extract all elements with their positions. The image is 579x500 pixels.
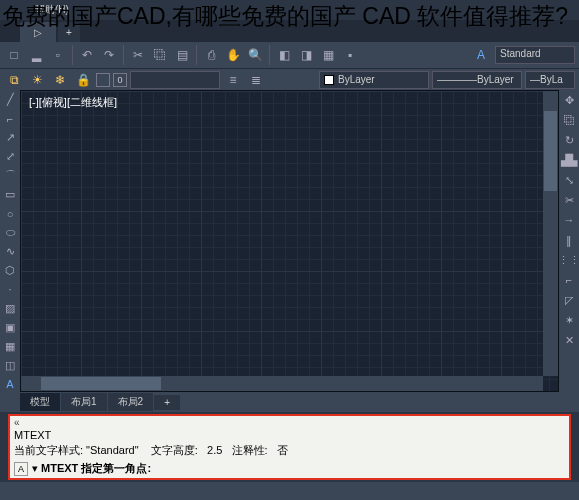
model-tab[interactable]: 模型 — [20, 393, 60, 411]
rotate-icon[interactable]: ↻ — [561, 132, 577, 148]
polyline-icon[interactable]: ⌐ — [2, 111, 18, 127]
rect-icon[interactable]: ▭ — [2, 187, 18, 203]
scrollbar-horizontal[interactable] — [21, 376, 543, 391]
xline-icon[interactable]: ⤢ — [2, 149, 18, 165]
scrollbar-vertical[interactable] — [543, 91, 558, 376]
copy-icon[interactable]: ⿻ — [150, 45, 170, 65]
layer-icon[interactable]: ⧉ — [4, 70, 24, 90]
cmd-scroll-marker[interactable]: « — [10, 416, 569, 428]
text-a-icon[interactable]: A — [471, 45, 491, 65]
fillet-icon[interactable]: ⌐ — [561, 272, 577, 288]
mirror-icon[interactable]: ▟▙ — [561, 152, 577, 168]
layer-zero[interactable]: 0 — [113, 73, 127, 87]
tool-icon[interactable]: ▪ — [340, 45, 360, 65]
trim-icon[interactable]: ✂ — [561, 192, 577, 208]
extend-icon[interactable]: → — [561, 212, 577, 228]
zoom-icon[interactable]: 🔍 — [245, 45, 265, 65]
cmd-history-line: MTEXT — [10, 428, 569, 442]
ellipse-icon[interactable]: ⬭ — [2, 225, 18, 241]
point-icon[interactable]: · — [2, 281, 18, 297]
command-input-line[interactable]: A ▾ MTEXT 指定第一角点: — [10, 459, 569, 478]
offset-icon[interactable]: ‖ — [561, 232, 577, 248]
save-icon[interactable]: ▫ — [48, 45, 68, 65]
undo-icon[interactable]: ↶ — [77, 45, 97, 65]
linetype-dropdown[interactable]: ———— ByLayer — [432, 71, 522, 89]
separator — [269, 45, 270, 65]
scroll-thumb[interactable] — [41, 377, 161, 390]
spline-icon[interactable]: ∿ — [2, 244, 18, 260]
cut-icon[interactable]: ✂ — [128, 45, 148, 65]
cmd-history-line: 当前文字样式: "Standard" 文字高度: 2.5 注释性: 否 — [10, 442, 569, 459]
main-area: ╱ ⌐ ↗ ⤢ ⌒ ▭ ○ ⬭ ∿ ⬡ · ▨ ▣ ▦ ◫ A [-][俯视][… — [0, 90, 579, 392]
layer-icon[interactable]: ❄ — [50, 70, 70, 90]
layer-icon[interactable]: 🔒 — [73, 70, 93, 90]
move-icon[interactable]: ✥ — [561, 92, 577, 108]
command-prompt: MTEXT 指定第一角点: — [41, 461, 151, 476]
separator — [72, 45, 73, 65]
scroll-thumb[interactable] — [544, 111, 557, 191]
layout-tabs: 模型 布局1 布局2 + — [0, 392, 579, 412]
redo-icon[interactable]: ↷ — [99, 45, 119, 65]
erase-icon[interactable]: ✕ — [561, 332, 577, 348]
layout1-tab[interactable]: 布局1 — [61, 393, 107, 411]
tool-icon[interactable]: ◨ — [296, 45, 316, 65]
layer-icon[interactable]: ☀ — [27, 70, 47, 90]
cmd-dropdown-icon[interactable]: ▾ — [32, 462, 38, 475]
hatch-icon[interactable]: ▨ — [2, 300, 18, 316]
drawing-canvas[interactable]: [-][俯视][二维线框] — [20, 90, 559, 392]
layout2-tab[interactable]: 布局2 — [108, 393, 154, 411]
array-icon[interactable]: ⋮⋮ — [561, 252, 577, 268]
tool-icon[interactable]: ▦ — [318, 45, 338, 65]
ribbon-toolbar: □ ▂ ▫ ↶ ↷ ✂ ⿻ ▤ ⎙ ✋ 🔍 ◧ ◨ ▦ ▪ A Standard — [0, 42, 579, 68]
draw-toolbar: ╱ ⌐ ↗ ⤢ ⌒ ▭ ○ ⬭ ∿ ⬡ · ▨ ▣ ▦ ◫ A — [0, 90, 20, 392]
status-bar — [0, 482, 579, 500]
region-icon[interactable]: ▣ — [2, 319, 18, 335]
article-title-overlay: 免费的国产CAD,有哪些免费的国产 CAD 软件值得推荐? — [0, 0, 570, 34]
block-icon[interactable]: ◫ — [2, 357, 18, 373]
paste-icon[interactable]: ▤ — [172, 45, 192, 65]
color-swatch[interactable] — [96, 73, 110, 87]
command-window: « MTEXT 当前文字样式: "Standard" 文字高度: 2.5 注释性… — [8, 414, 571, 480]
tool-icon[interactable]: ◧ — [274, 45, 294, 65]
new-icon[interactable]: □ — [4, 45, 24, 65]
layer-dropdown[interactable] — [130, 71, 220, 89]
table-icon[interactable]: ▦ — [2, 338, 18, 354]
arc-icon[interactable]: ⌒ — [2, 168, 18, 184]
polygon-icon[interactable]: ⬡ — [2, 262, 18, 278]
scale-icon[interactable]: ⤡ — [561, 172, 577, 188]
separator — [123, 45, 124, 65]
print-icon[interactable]: ⎙ — [201, 45, 221, 65]
layer-tool-icon[interactable]: ≣ — [246, 70, 266, 90]
text-mode-icon[interactable]: A — [14, 462, 28, 476]
viewport-label[interactable]: [-][俯视][二维线框] — [29, 95, 117, 110]
layer-tool-icon[interactable]: ≡ — [223, 70, 243, 90]
properties-bar: ⧉ ☀ ❄ 🔒 0 ≡ ≣ ByLayer ———— ByLayer — ByL… — [0, 68, 579, 90]
separator — [196, 45, 197, 65]
chamfer-icon[interactable]: ◸ — [561, 292, 577, 308]
text-style-dropdown[interactable]: Standard — [495, 46, 575, 64]
color-dropdown[interactable]: ByLayer — [319, 71, 429, 89]
open-icon[interactable]: ▂ — [26, 45, 46, 65]
copy-icon[interactable]: ⿻ — [561, 112, 577, 128]
layout-add-tab[interactable]: + — [154, 395, 180, 410]
grid — [21, 91, 558, 391]
pan-icon[interactable]: ✋ — [223, 45, 243, 65]
modify-toolbar: ✥ ⿻ ↻ ▟▙ ⤡ ✂ → ‖ ⋮⋮ ⌐ ◸ ✶ ✕ — [559, 90, 579, 392]
text-icon[interactable]: A — [2, 376, 18, 392]
line-icon[interactable]: ╱ — [2, 92, 18, 108]
ray-icon[interactable]: ↗ — [2, 130, 18, 146]
lineweight-dropdown[interactable]: — ByLa — [525, 71, 575, 89]
explode-icon[interactable]: ✶ — [561, 312, 577, 328]
circle-icon[interactable]: ○ — [2, 206, 18, 222]
